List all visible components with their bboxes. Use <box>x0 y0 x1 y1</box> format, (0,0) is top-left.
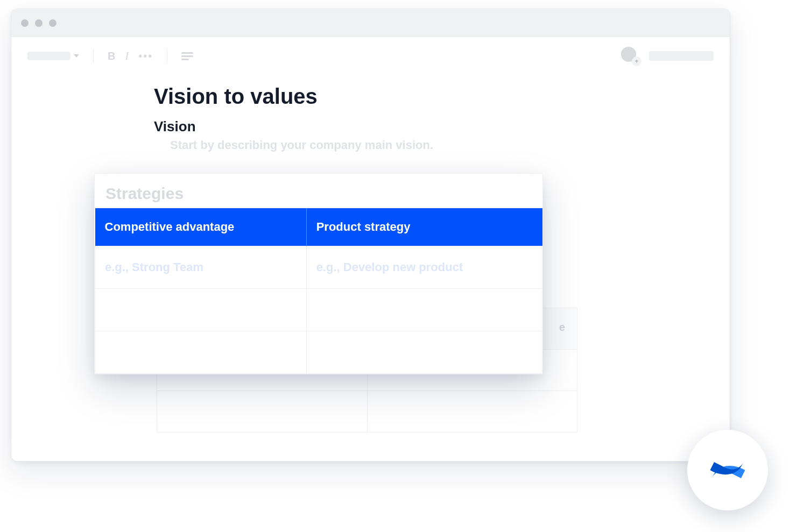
style-dropdown[interactable] <box>27 52 79 60</box>
italic-button[interactable]: I <box>125 50 129 62</box>
traffic-light-zoom[interactable] <box>49 19 57 27</box>
vision-placeholder-text[interactable]: Start by describing your company main vi… <box>170 138 584 152</box>
traffic-light-close[interactable] <box>21 19 29 27</box>
document-body: Vision to values Vision Start by describ… <box>11 84 730 152</box>
table-header-competitive-advantage[interactable]: Competitive advantage <box>95 208 307 246</box>
table-row: e.g., Strong Team e.g., Develop new prod… <box>95 246 542 289</box>
bold-button[interactable]: B <box>108 50 115 62</box>
window-titlebar <box>11 9 730 37</box>
bg-table-cell[interactable] <box>157 391 367 432</box>
toolbar-separator <box>167 49 167 63</box>
table-cell[interactable] <box>95 331 307 374</box>
confluence-icon <box>706 449 749 492</box>
page-title[interactable]: Vision to values <box>154 84 584 109</box>
editor-toolbar: B I ••• + <box>11 37 730 75</box>
table-row <box>95 289 542 331</box>
table-cell[interactable] <box>306 331 542 374</box>
strategies-card: Strategies Competitive advantage Product… <box>94 173 543 374</box>
table-cell[interactable]: e.g., Strong Team <box>95 246 307 289</box>
card-title[interactable]: Strategies <box>95 174 542 208</box>
more-formatting-button[interactable]: ••• <box>138 53 153 59</box>
table-row <box>95 331 542 374</box>
table-header-product-strategy[interactable]: Product strategy <box>306 208 542 246</box>
style-dropdown-placeholder <box>27 52 70 60</box>
align-left-icon[interactable] <box>181 52 193 60</box>
publish-button-placeholder[interactable] <box>649 51 714 61</box>
strategies-table: Competitive advantage Product strategy e… <box>95 208 542 374</box>
bg-table-cell[interactable] <box>367 391 577 432</box>
table-cell[interactable] <box>306 289 542 331</box>
add-collaborator-icon[interactable]: + <box>632 56 641 66</box>
table-cell[interactable] <box>95 289 307 331</box>
confluence-logo-badge <box>687 430 768 510</box>
toolbar-separator <box>93 49 94 63</box>
chevron-down-icon <box>74 54 79 58</box>
traffic-light-minimize[interactable] <box>35 19 43 27</box>
share-avatars[interactable]: + <box>621 47 639 65</box>
section-heading-vision[interactable]: Vision <box>154 118 584 135</box>
table-cell[interactable]: e.g., Develop new product <box>306 246 542 289</box>
